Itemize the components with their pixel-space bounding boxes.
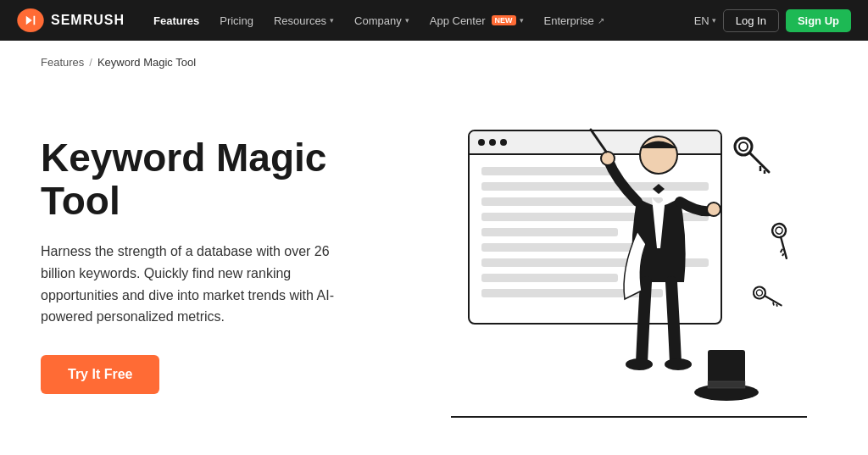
logo[interactable]: SEMRUSH bbox=[17, 8, 125, 32]
magic-hat-icon bbox=[693, 346, 760, 405]
svg-line-19 bbox=[765, 292, 782, 309]
svg-line-21 bbox=[776, 304, 777, 307]
semrush-logo-icon bbox=[17, 8, 44, 32]
breadcrumb-parent[interactable]: Features bbox=[41, 56, 84, 69]
svg-point-8 bbox=[739, 142, 748, 151]
chevron-down-icon: ▾ bbox=[330, 16, 334, 25]
external-link-icon: ↗ bbox=[598, 16, 604, 25]
hero-illustration bbox=[431, 96, 827, 435]
svg-point-6 bbox=[665, 358, 692, 370]
logo-text: SEMRUSH bbox=[51, 13, 125, 28]
hero-title: Keyword Magic Tool bbox=[41, 136, 397, 222]
login-button[interactable]: Log In bbox=[723, 9, 779, 32]
svg-point-17 bbox=[752, 286, 766, 300]
svg-point-13 bbox=[775, 226, 784, 236]
nav-links: Features Pricing Resources ▾ Company ▾ A… bbox=[145, 9, 694, 32]
chevron-down-icon: ▾ bbox=[405, 16, 409, 25]
nav-right: EN ▾ Log In Sign Up bbox=[694, 9, 851, 32]
svg-line-9 bbox=[749, 153, 769, 172]
nav-features[interactable]: Features bbox=[145, 9, 208, 32]
breadcrumb: Features / Keyword Magic Tool bbox=[0, 41, 868, 79]
new-badge: new bbox=[492, 15, 516, 25]
nav-pricing[interactable]: Pricing bbox=[211, 9, 262, 32]
breadcrumb-current: Keyword Magic Tool bbox=[97, 56, 196, 69]
signup-button[interactable]: Sign Up bbox=[786, 9, 851, 32]
svg-point-4 bbox=[707, 203, 721, 216]
key-2-icon bbox=[759, 217, 805, 264]
svg-line-15 bbox=[781, 249, 782, 252]
svg-marker-1 bbox=[653, 184, 665, 194]
ground-line bbox=[451, 416, 807, 418]
svg-line-3 bbox=[591, 130, 606, 152]
svg-point-5 bbox=[626, 358, 653, 370]
key-1-icon bbox=[731, 134, 773, 176]
chevron-down-icon: ▾ bbox=[712, 16, 716, 25]
language-selector[interactable]: EN ▾ bbox=[694, 14, 716, 27]
svg-rect-24 bbox=[708, 381, 745, 388]
chevron-down-icon: ▾ bbox=[520, 16, 524, 25]
svg-point-18 bbox=[756, 289, 764, 297]
hero-content: Keyword Magic Tool Harness the strength … bbox=[41, 136, 431, 394]
browser-dot bbox=[489, 139, 496, 146]
hero-section: Keyword Magic Tool Harness the strength … bbox=[0, 79, 868, 435]
breadcrumb-separator: / bbox=[89, 56, 92, 69]
nav-company[interactable]: Company ▾ bbox=[346, 9, 418, 32]
svg-line-20 bbox=[773, 302, 774, 305]
nav-enterprise[interactable]: Enterprise ↗ bbox=[536, 9, 613, 32]
key-3-icon bbox=[748, 279, 785, 315]
svg-line-16 bbox=[782, 253, 784, 256]
browser-dot bbox=[478, 139, 485, 146]
svg-point-2 bbox=[601, 152, 615, 165]
nav-resources[interactable]: Resources ▾ bbox=[265, 9, 342, 32]
try-free-button[interactable]: Try It Free bbox=[41, 355, 159, 394]
hero-description: Harness the strength of a database with … bbox=[41, 241, 363, 327]
browser-dot bbox=[500, 139, 507, 146]
svg-point-12 bbox=[770, 221, 788, 240]
illustration-container bbox=[451, 113, 807, 418]
navbar: SEMRUSH Features Pricing Resources ▾ Com… bbox=[0, 0, 868, 41]
nav-app-center[interactable]: App Center new ▾ bbox=[421, 9, 532, 32]
